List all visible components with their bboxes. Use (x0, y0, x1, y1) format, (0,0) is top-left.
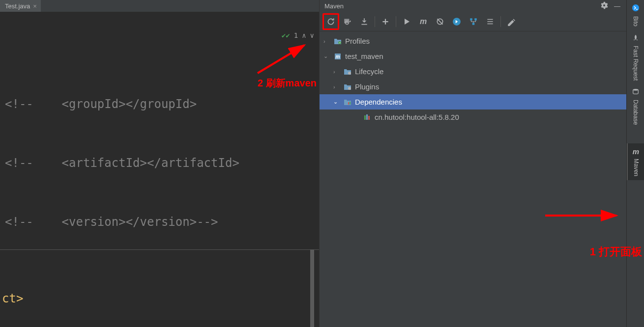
maven-toolbar: m (320, 12, 626, 31)
folder-icon (333, 38, 342, 45)
maven-panel: Maven — m (319, 0, 626, 327)
gear-icon[interactable] (597, 1, 611, 11)
code-text: <!-- (5, 215, 62, 229)
nav-up-icon[interactable]: ∧ (302, 26, 306, 45)
console-text: ct> (2, 289, 23, 308)
tree-label: Dependencies (355, 98, 402, 106)
svg-rect-3 (470, 18, 472, 21)
tree-label: Lifecycle (355, 67, 383, 76)
tab-label: Test.java (5, 2, 30, 10)
svg-text:m: m (336, 54, 340, 59)
chevron-right-icon: › (323, 38, 330, 44)
svg-point-9 (348, 72, 351, 75)
maven-panel-header: Maven — (320, 0, 626, 12)
tree-node-lifecycle[interactable]: › Lifecycle (320, 64, 626, 79)
nav-down-icon[interactable]: ∨ (310, 26, 314, 45)
bito-icon (632, 4, 640, 13)
execute-goal-button[interactable]: m (415, 13, 432, 30)
toolbar-separator (500, 16, 501, 27)
svg-rect-4 (474, 18, 477, 21)
editor-area: Test.java × ✔✔ 1 ∧ ∨ <!-- <groupId></gro… (0, 0, 319, 327)
check-icon: ✔✔ (282, 26, 290, 45)
chevron-right-icon: › (333, 69, 340, 75)
tree-label: cn.hutool:hutool-all:5.8.20 (375, 113, 459, 121)
tool-label: Fast Request (632, 45, 639, 81)
collapse-all-button[interactable] (482, 13, 498, 30)
svg-rect-5 (472, 23, 475, 25)
toolbar-separator (375, 16, 375, 27)
editor-tab-bar: Test.java × (0, 0, 319, 12)
tool-bito[interactable]: Bito (627, 0, 644, 30)
chevron-down-icon: ⌄ (333, 99, 340, 105)
right-tool-strip: Bito Fast Request Database m Maven (626, 0, 644, 327)
console-scrollbar[interactable] (310, 250, 314, 327)
tool-label: Maven (633, 158, 640, 176)
tree-label: test_maven (345, 52, 383, 60)
minimize-icon[interactable]: — (611, 2, 623, 10)
code-text: <!-- (5, 156, 62, 170)
rocket-icon (632, 34, 639, 43)
toggle-offline-button[interactable] (448, 13, 465, 30)
settings-button[interactable] (503, 13, 520, 30)
tool-label: Bito (632, 15, 639, 27)
editor-status-icons: ✔✔ 1 ∧ ∨ (282, 26, 314, 45)
toolbar-separator (396, 16, 396, 27)
folder-lib-icon (343, 99, 352, 106)
svg-point-17 (633, 89, 638, 91)
svg-rect-15 (368, 116, 370, 120)
code-text: <groupId></groupId> (62, 97, 197, 111)
toggle-skip-tests-button[interactable] (432, 13, 448, 30)
svg-rect-14 (366, 114, 368, 120)
chevron-right-icon: › (333, 84, 340, 90)
tool-label: Database (632, 99, 639, 125)
svg-rect-13 (364, 115, 366, 120)
tree-node-dependencies[interactable]: ⌄ Dependencies (320, 94, 626, 109)
code-text: <artifactId></artifactId> (62, 156, 239, 170)
download-sources-button[interactable] (356, 13, 373, 30)
library-icon (363, 114, 372, 121)
code-text: <!-- (5, 97, 62, 111)
annotation-label-2: 2 刷新maven (258, 73, 317, 93)
tree-label: Profiles (345, 37, 370, 45)
maven-module-icon: m (333, 53, 342, 60)
dependency-graph-button[interactable] (465, 13, 482, 30)
console-panel: ct> (0, 249, 319, 327)
maven-panel-title: Maven (322, 2, 597, 10)
svg-point-10 (348, 87, 351, 90)
svg-line-0 (258, 45, 304, 73)
svg-rect-11 (348, 102, 349, 105)
maven-icon: m (633, 147, 639, 156)
folder-gear-icon (343, 83, 352, 90)
problems-count: 1 (294, 26, 298, 45)
maven-tree: › Profiles ⌄ m test_maven › Lifecycle › … (320, 31, 626, 327)
database-icon (632, 88, 639, 97)
tool-fast-request[interactable]: Fast Request (627, 30, 644, 84)
svg-rect-12 (350, 102, 351, 105)
folder-gear-icon (343, 68, 352, 75)
tree-node-project[interactable]: ⌄ m test_maven (320, 49, 626, 64)
tree-node-dependency-hutool[interactable]: cn.hutool:hutool-all:5.8.20 (320, 109, 626, 125)
code-text: --> (197, 215, 218, 229)
annotation-arrow-2 (253, 41, 312, 78)
tool-database[interactable]: Database (627, 84, 644, 129)
close-icon[interactable]: × (33, 2, 37, 10)
tree-node-plugins[interactable]: › Plugins (320, 79, 626, 94)
run-button[interactable] (398, 13, 415, 30)
tool-maven[interactable]: m Maven (627, 143, 644, 180)
code-text: <version></version> (62, 215, 197, 229)
reload-button[interactable] (322, 13, 339, 30)
chevron-down-icon: ⌄ (323, 53, 330, 59)
editor-tab-test-java[interactable]: Test.java × (0, 0, 41, 12)
generate-sources-button[interactable] (339, 13, 356, 30)
tree-label: Plugins (355, 82, 379, 91)
tree-node-profiles[interactable]: › Profiles (320, 33, 626, 49)
add-project-button[interactable] (377, 13, 394, 30)
code-editor[interactable]: ✔✔ 1 ∧ ∨ <!-- <groupId></groupId> <!-- <… (0, 12, 319, 327)
